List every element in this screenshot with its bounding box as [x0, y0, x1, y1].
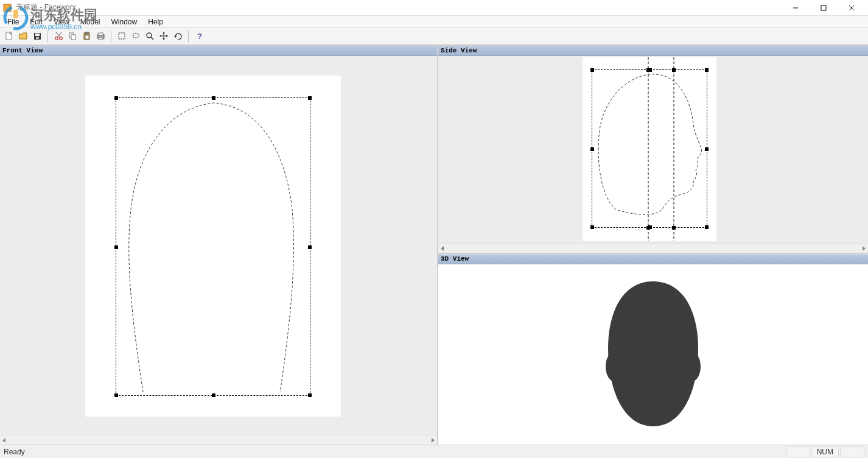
svg-rect-25	[119, 33, 125, 39]
titlebar: 无标题 - Faceworx	[0, 0, 868, 16]
menu-help[interactable]: Help	[143, 16, 168, 27]
svg-rect-23	[99, 33, 103, 35]
3d-view-canvas[interactable]	[438, 264, 868, 445]
save-icon[interactable]	[30, 30, 44, 43]
status-ready: Ready	[4, 448, 25, 456]
statusbar: Ready NUM	[0, 445, 868, 458]
svg-rect-24	[99, 38, 103, 40]
menubar: File Edit View Model Window Help	[0, 16, 868, 28]
svg-rect-4	[4, 4, 11, 12]
status-cell-empty1	[786, 446, 810, 457]
help-icon[interactable]: ?	[192, 30, 206, 43]
3d-view-panel: 3D View	[438, 253, 868, 445]
menu-edit[interactable]: Edit	[25, 16, 47, 27]
front-view-column: Front View	[0, 46, 438, 445]
svg-rect-12	[36, 37, 39, 39]
maximize-button[interactable]	[810, 0, 838, 16]
svg-marker-33	[166, 35, 168, 37]
side-view-header: Side View	[438, 46, 868, 56]
front-view-canvas[interactable]	[0, 56, 437, 435]
side-view-panel: Side View	[438, 46, 868, 253]
lasso-tool-icon[interactable]	[129, 30, 142, 43]
app-icon	[2, 3, 12, 13]
side-head-outline	[583, 57, 716, 241]
front-view-scrollbar[interactable]	[0, 435, 437, 445]
close-button[interactable]	[838, 0, 866, 16]
rotate-tool-icon[interactable]	[171, 30, 184, 43]
zoom-tool-icon[interactable]	[143, 30, 156, 43]
svg-point-13	[55, 37, 58, 40]
minimize-button[interactable]	[782, 0, 810, 16]
copy-icon[interactable]	[66, 30, 79, 43]
toolbar-separator	[47, 30, 48, 43]
svg-marker-30	[163, 32, 165, 33]
toolbar-separator	[111, 30, 111, 43]
paste-icon[interactable]	[80, 30, 93, 43]
menu-file[interactable]: File	[2, 16, 24, 27]
svg-rect-20	[85, 32, 88, 34]
svg-rect-6	[821, 5, 826, 10]
menu-window[interactable]: Window	[107, 16, 142, 27]
right-column: Side View	[438, 46, 868, 445]
svg-rect-21	[85, 35, 89, 39]
3d-view-header: 3D View	[438, 254, 868, 264]
toolbar: ?	[0, 28, 868, 45]
3d-head-silhouette	[592, 275, 714, 434]
open-file-icon[interactable]	[16, 30, 30, 43]
side-view-scrollbar[interactable]	[438, 243, 868, 253]
print-icon[interactable]	[94, 30, 107, 43]
front-view-panel: Front View	[0, 46, 437, 445]
front-image-area	[85, 76, 341, 417]
svg-point-26	[147, 33, 152, 38]
new-file-icon[interactable]	[2, 30, 16, 43]
svg-rect-11	[35, 33, 40, 36]
side-view-canvas[interactable]	[438, 56, 868, 243]
side-image-area	[583, 57, 716, 241]
window-title: 无标题 - Faceworx	[16, 2, 76, 13]
select-tool-icon[interactable]	[115, 30, 128, 43]
svg-rect-18	[71, 35, 75, 40]
status-cell-empty2	[840, 446, 864, 457]
window-controls	[782, 0, 866, 16]
menu-view[interactable]: View	[49, 16, 74, 27]
svg-marker-32	[159, 35, 161, 37]
workspace: Front View	[0, 45, 868, 445]
svg-point-14	[59, 37, 62, 40]
toolbar-separator	[188, 30, 189, 43]
pan-tool-icon[interactable]	[157, 30, 170, 43]
menu-model[interactable]: Model	[75, 16, 105, 27]
cut-icon[interactable]	[52, 30, 65, 43]
svg-marker-31	[163, 38, 165, 40]
front-view-header: Front View	[0, 46, 437, 56]
status-num: NUM	[811, 446, 839, 457]
front-head-outline	[85, 76, 341, 417]
svg-text:?: ?	[197, 32, 202, 41]
svg-line-27	[151, 37, 153, 40]
